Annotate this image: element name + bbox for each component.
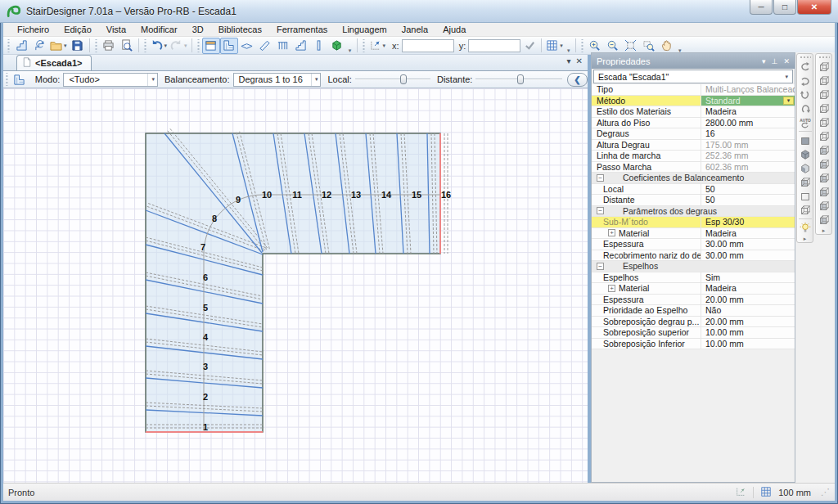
render-shaded-button[interactable]	[798, 175, 813, 189]
zoom-extents-button[interactable]	[622, 38, 640, 54]
menu-item-3d[interactable]: 3D	[185, 24, 211, 35]
view-3d-button[interactable]	[328, 38, 346, 54]
expand-box-icon[interactable]: +	[608, 229, 615, 236]
property-value[interactable]: 20.00 mm	[701, 317, 795, 327]
property-value[interactable]: 50	[701, 184, 795, 195]
cube-view-7-button[interactable]	[817, 143, 831, 157]
cube-view-10-button[interactable]	[817, 185, 831, 199]
property-value[interactable]: 252.36 mm	[701, 151, 795, 161]
collapse-panel-button[interactable]: ❮	[567, 73, 588, 87]
toolbar-grip[interactable]	[362, 39, 366, 52]
drawing-canvas[interactable]: 12345678910111213141516	[3, 88, 588, 483]
rotate-cw-button[interactable]	[798, 101, 813, 115]
toolbar-grip[interactable]	[580, 39, 584, 52]
rotate-ccw-button[interactable]	[798, 88, 813, 101]
view-post-button[interactable]	[310, 38, 328, 54]
snap-status-icon[interactable]	[735, 486, 746, 499]
toolbar-overflow-button[interactable]: ▾	[565, 38, 573, 54]
property-value[interactable]: 30.00 mm	[701, 239, 795, 250]
auto-rotate-button[interactable]: AUTO	[798, 115, 813, 129]
collapse-box-icon[interactable]: −	[597, 207, 604, 214]
property-value[interactable]: 2800.00 mm	[701, 118, 795, 128]
property-value[interactable]: Esp 30/30	[701, 217, 795, 227]
zoom-region-button[interactable]	[640, 38, 658, 54]
pan-button[interactable]	[658, 38, 676, 54]
property-value[interactable]: Standard	[701, 96, 795, 106]
panel-close-icon[interactable]: ✕	[783, 57, 790, 65]
distante-slider-thumb[interactable]	[517, 74, 524, 84]
chevron-down-icon[interactable]: ▾	[184, 43, 187, 49]
toolbar-expander[interactable]: ▸	[798, 235, 813, 242]
tab-escada1[interactable]: <Escada1>	[16, 55, 92, 70]
maximize-button[interactable]: □	[773, 0, 796, 15]
undo-button[interactable]: ▾	[149, 38, 169, 54]
cube-view-12-button[interactable]	[817, 213, 831, 227]
rotate-down-button[interactable]	[798, 74, 813, 88]
light-button[interactable]	[798, 221, 813, 235]
menu-item-bibliotecas[interactable]: Bibliotecas	[211, 24, 269, 35]
property-value[interactable]: 30.00 mm	[701, 250, 795, 261]
tab-close-button[interactable]: ✕	[576, 56, 583, 65]
resize-grip[interactable]: ⋰	[821, 487, 830, 497]
toolbar-grip[interactable]	[94, 39, 98, 52]
grid-status-icon[interactable]	[760, 486, 772, 499]
open-button[interactable]: ▾	[48, 38, 69, 54]
cube-view-9-button[interactable]	[817, 171, 831, 185]
snap-button[interactable]: ▾	[367, 38, 388, 54]
panel-menu-icon[interactable]: ▾	[762, 57, 766, 65]
property-value[interactable]: 10.00 mm	[701, 327, 795, 338]
close-button[interactable]: ✕	[797, 0, 831, 15]
property-value[interactable]: 10.00 mm	[701, 339, 795, 349]
menu-item-edição[interactable]: Edição	[56, 24, 99, 35]
zoom-out-button[interactable]	[604, 38, 622, 54]
menu-item-ficheiro[interactable]: Ficheiro	[10, 24, 56, 35]
save-button[interactable]	[69, 38, 87, 54]
modo-select[interactable]: <Tudo>▾	[63, 73, 158, 87]
property-value[interactable]: 16	[701, 128, 795, 139]
cube-view-2-button[interactable]	[817, 74, 831, 88]
properties-button[interactable]	[202, 38, 220, 54]
x-coordinate-input[interactable]	[402, 39, 454, 52]
chevron-down-icon[interactable]: ▾	[64, 43, 67, 49]
view-slab-button[interactable]	[238, 38, 256, 54]
rotate-up-button[interactable]	[798, 60, 813, 74]
view-elevation-button[interactable]	[274, 38, 292, 54]
cube-view-5-button[interactable]	[817, 115, 831, 129]
balanceamento-select[interactable]: Degraus 1 to 16▾	[233, 73, 322, 87]
toolbar-expander[interactable]: ▸	[817, 227, 831, 234]
cube-view-4-button[interactable]	[817, 101, 831, 115]
grid-button[interactable]: ▾	[544, 38, 565, 54]
property-value[interactable]: Madeira	[701, 228, 795, 239]
toolbar-grip[interactable]	[7, 39, 11, 52]
print-preview-button[interactable]	[118, 38, 136, 54]
property-value[interactable]: Sim	[701, 272, 795, 283]
view-stringer-button[interactable]	[256, 38, 274, 54]
redo-button[interactable]: ▾	[169, 38, 189, 54]
menu-item-ajuda[interactable]: Ajuda	[435, 24, 473, 35]
cube-view-8-button[interactable]	[817, 157, 831, 171]
collapse-box-icon[interactable]: −	[597, 263, 604, 270]
render-half-button[interactable]	[798, 161, 813, 175]
property-value[interactable]: Madeira	[701, 106, 795, 117]
cube-view-6-button[interactable]	[817, 129, 831, 143]
render-wire-button[interactable]	[798, 203, 813, 217]
property-value[interactable]: 602.36 mm	[701, 162, 795, 173]
toolbar-overflow-button[interactable]: ▾	[676, 38, 684, 54]
stair-wizard-button[interactable]	[30, 38, 48, 54]
property-value[interactable]: 20.00 mm	[701, 295, 795, 305]
cube-view-1-button[interactable]	[817, 60, 831, 74]
pin-icon[interactable]: ⊥	[772, 57, 778, 65]
toolbar-grip[interactable]	[143, 39, 147, 52]
collapse-box-icon[interactable]: −	[597, 174, 604, 182]
cube-view-3-button[interactable]	[817, 88, 831, 101]
render-flat-button[interactable]	[798, 133, 813, 147]
menu-item-linguagem[interactable]: Linguagem	[335, 24, 394, 35]
render-outline-button[interactable]	[798, 189, 813, 203]
view-plan-button[interactable]	[220, 38, 238, 54]
stair-mode-icon[interactable]	[11, 71, 29, 88]
property-value[interactable]: 175.00 mm	[701, 140, 795, 151]
menu-item-vista[interactable]: Vista	[99, 24, 133, 35]
menu-item-modificar[interactable]: Modificar	[133, 24, 185, 35]
property-value[interactable]: 50	[701, 195, 795, 205]
toolbar-overflow-button[interactable]: ▾	[346, 38, 354, 54]
